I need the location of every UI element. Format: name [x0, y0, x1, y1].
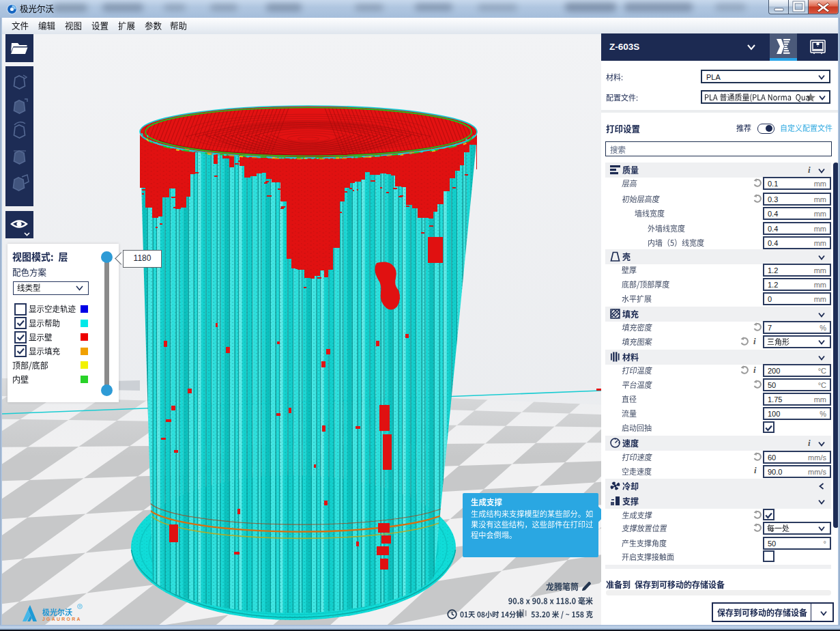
svg-text:R: R	[78, 604, 81, 608]
